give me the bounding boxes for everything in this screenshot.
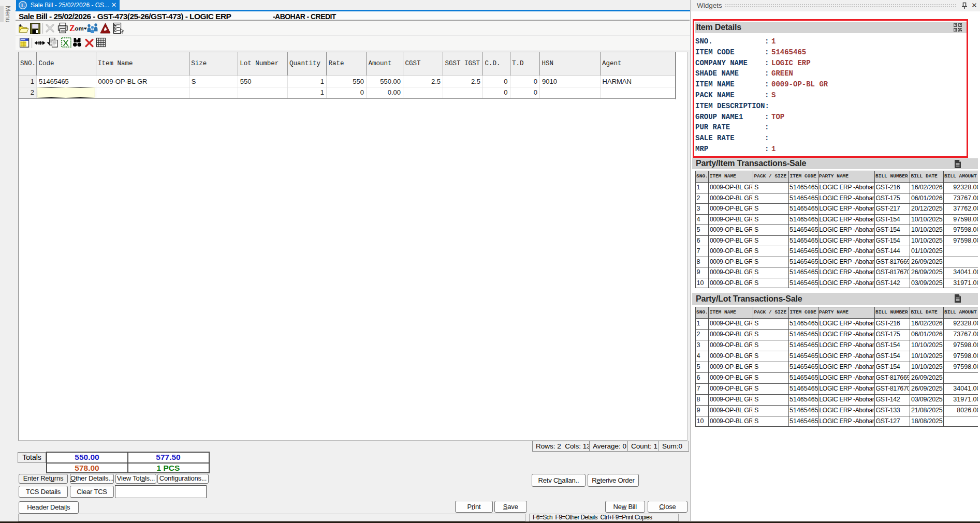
svg-text:Z: Z xyxy=(69,24,75,33)
svg-text:om: om xyxy=(75,25,84,32)
svg-text:L: L xyxy=(21,3,25,8)
